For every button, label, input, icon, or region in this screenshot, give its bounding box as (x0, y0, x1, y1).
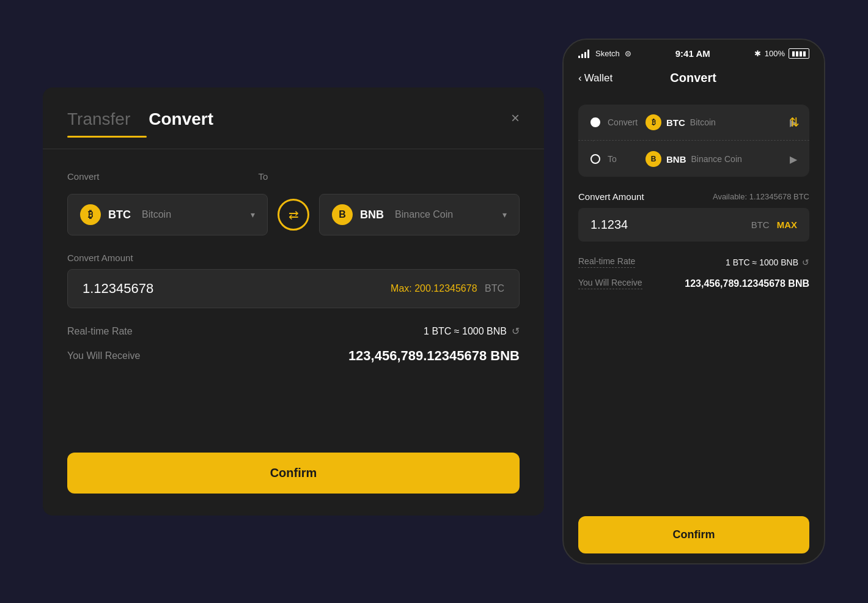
swap-updown-icon[interactable]: ⇅ (789, 115, 800, 130)
back-button[interactable]: ‹ Wallet (578, 72, 612, 84)
mobile-convert-row[interactable]: Convert ₿ BTC Bitcoin ▶ ⇅ (578, 105, 809, 141)
mobile-refresh-icon[interactable]: ↺ (802, 257, 809, 267)
mobile-amount-box[interactable]: 1.1234 BTC MAX (578, 208, 809, 242)
receive-row: You Will Receive 123,456,789.12345678 BN… (67, 348, 520, 364)
to-radio (590, 154, 600, 164)
rate-label: Real-time Rate (67, 326, 133, 337)
from-label: Convert (67, 171, 100, 182)
mobile-amount-right: BTC MAX (751, 220, 797, 230)
amount-section: Convert Amount 1.12345678 Max: 200.12345… (67, 253, 520, 308)
mobile-btc-icon: ₿ (645, 114, 661, 130)
mobile-coin-selector-group: Convert ₿ BTC Bitcoin ▶ ⇅ To B BNB (578, 105, 809, 177)
mobile-frame: Sketch ⊜ 9:41 AM ✱ 100% ▮▮▮▮ ‹ Wallet Co… (562, 39, 825, 564)
mobile-rate-label: Real-time Rate (578, 256, 635, 268)
to-coin-left: B BNB Binance Coin (332, 204, 453, 225)
status-bar: Sketch ⊜ 9:41 AM ✱ 100% ▮▮▮▮ (564, 40, 824, 64)
mobile-amount-value: 1.1234 (590, 218, 628, 232)
to-coin-abbr: BNB (360, 209, 384, 221)
rate-value-container: 1 BTC ≈ 1000 BNB ↺ (424, 325, 520, 337)
mobile-amount-section: Convert Amount Available: 1.12345678 BTC… (578, 191, 809, 242)
mobile-bnb-icon: B (645, 151, 661, 167)
page-title: Convert (620, 71, 809, 85)
tab-convert[interactable]: Convert (149, 109, 213, 136)
status-bar-right: ✱ 100% ▮▮▮▮ (754, 48, 809, 59)
coin-selectors-section: Convert To ₿ BTC Bitcoin ▾ ⇄ B (67, 171, 520, 235)
mobile-available: Available: 1.12345678 BTC (713, 192, 809, 201)
mobile-to-row[interactable]: To B BNB Binance Coin ▶ (578, 141, 809, 177)
battery-icon: ▮▮▮▮ (789, 48, 809, 59)
coin-selectors-row: ₿ BTC Bitcoin ▾ ⇄ B BNB Binance Coin ▾ (67, 194, 520, 235)
receive-label: You Will Receive (67, 350, 140, 361)
signal-bar-1 (578, 56, 580, 58)
status-bar-left: Sketch ⊜ (578, 49, 631, 58)
rate-section: Real-time Rate 1 BTC ≈ 1000 BNB ↺ You Wi… (67, 325, 520, 364)
mobile-rate-value: 1 BTC ≈ 1000 BNB (726, 257, 798, 267)
mobile-to-abbr: BNB (666, 154, 686, 165)
mobile-receive-value: 123,456,789.12345678 BNB (685, 278, 809, 289)
to-coin-name: Binance Coin (395, 209, 453, 220)
btc-icon: ₿ (80, 204, 101, 225)
back-chevron-icon: ‹ (578, 72, 582, 84)
signal-bar-4 (587, 50, 589, 58)
signal-bar-3 (584, 52, 586, 58)
mobile-from-name: Bitcoin (690, 117, 716, 127)
amount-input-box[interactable]: 1.12345678 Max: 200.12345678 BTC (67, 269, 520, 308)
from-coin-left: ₿ BTC Bitcoin (80, 204, 171, 225)
mobile-confirm-button[interactable]: Confirm (578, 516, 809, 553)
signal-bar-2 (581, 54, 583, 58)
spacer (67, 381, 520, 435)
from-coin-abbr: BTC (108, 209, 131, 221)
mobile-rate-section: Real-time Rate 1 BTC ≈ 1000 BNB ↺ You Wi… (578, 256, 809, 289)
amount-value: 1.12345678 (83, 281, 153, 297)
signal-bars (578, 50, 589, 58)
modal-header: Transfer Convert × (43, 87, 544, 136)
bluetooth-icon: ✱ (754, 49, 761, 58)
mobile-rate-value-container: 1 BTC ≈ 1000 BNB ↺ (726, 257, 809, 267)
battery-label: 100% (765, 49, 785, 58)
receive-value: 123,456,789.12345678 BNB (348, 348, 520, 364)
mobile-rate-row: Real-time Rate 1 BTC ≈ 1000 BNB ↺ (578, 256, 809, 268)
mobile-body: Convert ₿ BTC Bitcoin ▶ ⇅ To B BNB (564, 92, 824, 506)
swap-button[interactable]: ⇄ (278, 199, 309, 231)
convert-radio-label: Convert (608, 117, 638, 127)
amount-max: Max: 200.12345678 (391, 283, 477, 294)
mobile-nav: ‹ Wallet Convert (564, 64, 824, 92)
swap-icon: ⇄ (289, 207, 299, 222)
from-coin-info: ₿ BTC Bitcoin (645, 114, 782, 130)
mobile-amount-unit: BTC (751, 220, 770, 230)
tab-transfer[interactable]: Transfer (67, 109, 130, 136)
mobile-receive-label: You Will Receive (578, 278, 642, 289)
to-coin-selector[interactable]: B BNB Binance Coin ▾ (319, 194, 520, 235)
from-coin-chevron: ▾ (251, 210, 255, 220)
active-tab-underline (67, 136, 147, 138)
mobile-max-button[interactable]: MAX (777, 220, 797, 230)
mobile-from-abbr: BTC (666, 117, 685, 128)
close-button[interactable]: × (511, 109, 520, 127)
refresh-icon[interactable]: ↺ (512, 325, 520, 337)
mobile-amount-header: Convert Amount Available: 1.12345678 BTC (578, 191, 809, 202)
to-chevron-icon: ▶ (790, 154, 797, 165)
from-coin-name: Bitcoin (142, 209, 171, 220)
to-coin-info: B BNB Binance Coin (645, 151, 782, 167)
amount-label: Convert Amount (67, 253, 520, 263)
confirm-button[interactable]: Confirm (67, 453, 520, 494)
status-time: 9:41 AM (675, 48, 710, 59)
from-coin-selector[interactable]: ₿ BTC Bitcoin ▾ (67, 194, 268, 235)
amount-right: Max: 200.12345678 BTC (391, 283, 504, 294)
bnb-icon: B (332, 204, 353, 225)
to-radio-label: To (608, 154, 638, 164)
carrier-label: Sketch (595, 49, 620, 58)
modal-body: Convert To ₿ BTC Bitcoin ▾ ⇄ B (43, 149, 544, 516)
to-coin-chevron: ▾ (502, 210, 507, 220)
amount-unit: BTC (485, 283, 504, 294)
mobile-receive-row: You Will Receive 123,456,789.12345678 BN… (578, 278, 809, 289)
wifi-icon: ⊜ (625, 49, 631, 58)
rate-value: 1 BTC ≈ 1000 BNB (424, 326, 507, 337)
mobile-amount-label: Convert Amount (578, 191, 644, 202)
mobile-to-name: Binance Coin (691, 154, 742, 164)
back-label: Wallet (584, 72, 613, 84)
rate-row: Real-time Rate 1 BTC ≈ 1000 BNB ↺ (67, 325, 520, 337)
convert-radio (590, 117, 600, 127)
desktop-convert-modal: Transfer Convert × Convert To ₿ BTC Bitc… (43, 87, 544, 516)
to-label: To (259, 171, 268, 182)
